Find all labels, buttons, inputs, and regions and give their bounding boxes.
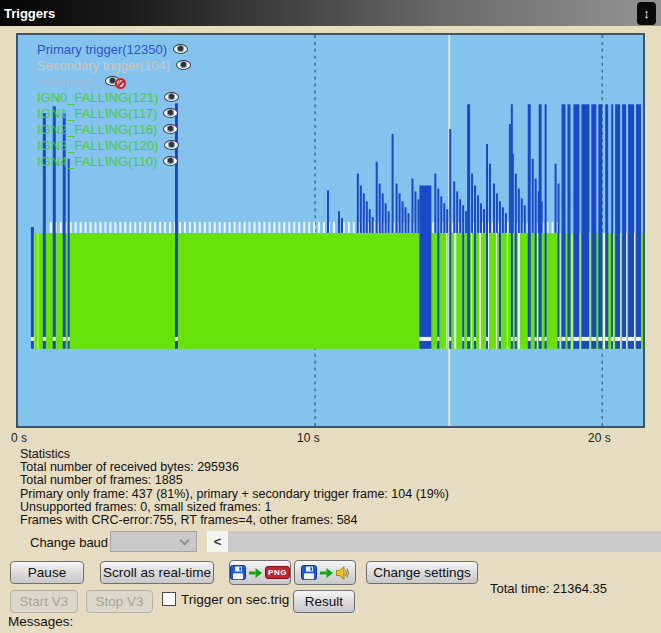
pause-button[interactable]: Pause (10, 561, 84, 584)
save-as-png-button[interactable]: PNG (229, 560, 291, 585)
legend-item: IGN2_FALLING(116) (37, 121, 191, 137)
legend-label: IGN0_FALLING(121) (37, 90, 158, 105)
x-axis-tick-label: 10 s (297, 431, 320, 445)
legend-label: IGN3_FALLING(120) (37, 138, 158, 153)
total-time-label: Total time: 21364.35 (490, 581, 607, 596)
statistics-line: Frames with CRC-error:755, RT frames=4, … (20, 514, 449, 527)
legend-label: IGN4_FALLING(110) (37, 154, 157, 169)
png-badge: PNG (265, 566, 290, 579)
window-title: Triggers (0, 6, 55, 21)
statistics-line: Primary only frame: 437 (81%), primary +… (20, 488, 449, 501)
legend-item: IGN1_FALLING(117) (37, 105, 191, 121)
legend-item: realtime(0) (37, 73, 191, 89)
title-bar: Triggers (0, 0, 661, 26)
eye-icon[interactable] (164, 140, 179, 150)
resize-handle-icon[interactable]: ↕ (637, 2, 656, 25)
eye-icon[interactable] (173, 44, 188, 54)
legend-label: IGN2_FALLING(116) (37, 122, 157, 137)
eye-disabled-icon[interactable] (105, 76, 120, 86)
trigger-on-sectrig-checkbox[interactable] (162, 592, 176, 606)
arrow-right-icon (249, 567, 262, 579)
eye-icon[interactable] (163, 108, 178, 118)
stop-v3-button[interactable]: Stop V3 (86, 590, 153, 613)
legend-item: IGN3_FALLING(120) (37, 137, 191, 153)
statistics-line: Total number of frames: 1885 (20, 474, 449, 487)
x-axis-tick-label: 0 s (11, 431, 27, 445)
x-axis-tick-label: 20 s (588, 431, 611, 445)
prohibited-icon (115, 78, 126, 89)
chevron-down-icon (180, 536, 190, 546)
horizontal-scrollbar[interactable]: < (207, 531, 661, 552)
scrollbar-track[interactable] (228, 531, 661, 552)
legend-label: realtime(0) (37, 74, 99, 89)
legend-label: Primary trigger(12350) (37, 42, 167, 57)
scroll-as-realtime-button[interactable]: Scroll as real-time (100, 561, 214, 584)
legend-label: Secondary trigger(104) (37, 58, 170, 73)
floppy-disk-icon (301, 565, 317, 580)
baud-rate-dropdown[interactable] (110, 531, 197, 552)
eye-icon[interactable] (176, 60, 191, 70)
trigger-on-sectrig-label: Trigger on sec.trig (181, 592, 289, 607)
eye-icon[interactable] (163, 124, 178, 134)
legend-item: IGN4_FALLING(110) (37, 153, 191, 169)
messages-label: Messages: (8, 614, 73, 629)
result-button[interactable]: Result (293, 590, 355, 613)
arrow-right-icon (320, 567, 333, 579)
legend-item: Secondary trigger(104) (37, 57, 191, 73)
scroll-left-button[interactable]: < (207, 531, 228, 552)
eye-icon[interactable] (163, 156, 178, 166)
save-as-audio-button[interactable] (294, 560, 356, 585)
legend-label: IGN1_FALLING(117) (37, 106, 157, 121)
speaker-icon (336, 566, 349, 580)
eye-icon[interactable] (164, 92, 179, 102)
legend-item: IGN0_FALLING(121) (37, 89, 191, 105)
start-v3-button[interactable]: Start V3 (10, 590, 78, 613)
chart-legend: Primary trigger(12350)Secondary trigger(… (37, 41, 191, 169)
floppy-disk-icon (230, 565, 246, 580)
trigger-chart[interactable]: Primary trigger(12350)Secondary trigger(… (16, 33, 645, 428)
change-settings-button[interactable]: Change settings (366, 561, 478, 584)
legend-item: Primary trigger(12350) (37, 41, 191, 57)
statistics-block: StatisticsTotal number of received bytes… (20, 448, 449, 527)
